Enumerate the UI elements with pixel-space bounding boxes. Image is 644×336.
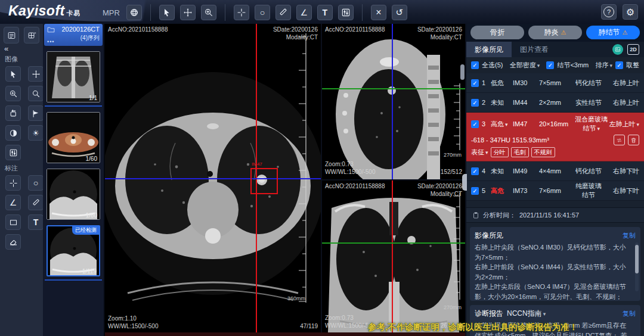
nodule-row-1[interactable]: ✓ 1 低危 IM30 7×5mm 钙化结节 右肺上叶 xyxy=(466,73,644,93)
angle-annotation-icon[interactable]: ∠ xyxy=(5,195,21,210)
round-checkbox[interactable]: ✓ xyxy=(615,61,623,69)
chevron-down-icon: ▾ xyxy=(505,122,508,127)
tab-picture-view[interactable]: 图片查看 xyxy=(512,42,557,57)
app-logo: Kayisoft卡易 xyxy=(8,3,80,19)
zoom-in-tool-icon[interactable] xyxy=(201,5,216,20)
ellipse-tool-icon[interactable]: ○ xyxy=(255,5,270,20)
series-panel: 20200126CT ••• (4)序列 1/1 1/60 xyxy=(43,24,105,336)
reset-rotate-icon[interactable]: ↺ xyxy=(392,5,407,20)
tab-label: 影像所见 xyxy=(475,45,503,55)
feature-dropdown[interactable]: 表征▾ xyxy=(471,148,488,157)
study-info: SDate:20200126 Modality:CT xyxy=(417,26,462,41)
nodule-row-2[interactable]: ✓ 2 未知 IM44 2×2mm 实性结节 右肺上叶 xyxy=(466,93,644,113)
cursor-tool-icon[interactable] xyxy=(5,66,21,82)
locate-sync-icon[interactable] xyxy=(614,135,625,145)
right-panel-collapse-handle[interactable] xyxy=(462,174,467,191)
tab-label: 图片查看 xyxy=(520,45,549,55)
top-bar: Kayisoft卡易 MPR ○ ∠ xyxy=(0,0,644,24)
mpr-icon[interactable] xyxy=(126,5,142,20)
invert-contrast-icon[interactable] xyxy=(5,125,21,141)
zoom-in-tool-icon[interactable] xyxy=(5,86,21,101)
nodule-location: 左肺上叶 xyxy=(609,120,635,127)
lung-nodule-mode-button[interactable]: 肺结节⚠ xyxy=(586,26,640,39)
nodule-checkbox[interactable]: ✓ xyxy=(471,187,479,195)
tab-image-findings[interactable]: 影像所见 xyxy=(466,42,512,57)
chevron-down-icon: ▾ xyxy=(597,126,600,132)
density-dropdown[interactable]: 全部密度▾ xyxy=(510,61,540,70)
cursor-tool-icon[interactable] xyxy=(159,5,175,20)
nodule-checkbox[interactable]: ✓ xyxy=(471,167,479,175)
thumbnail-slice-count: 1/119 xyxy=(82,268,97,275)
nodule-index: 1 xyxy=(482,79,491,86)
nodule-risk-dropdown[interactable]: 高危▾ xyxy=(491,120,513,129)
ruler-pencil-tool-icon[interactable] xyxy=(275,5,291,20)
fracture-mode-button[interactable]: 骨折 xyxy=(470,26,524,39)
pencil-annotation-icon[interactable] xyxy=(28,195,44,210)
more-icon[interactable]: ••• xyxy=(47,39,54,45)
layout-grid-icon[interactable] xyxy=(24,27,39,43)
nodule-location-dropdown[interactable]: 左肺上叶▾ xyxy=(609,120,639,129)
flip-image-icon[interactable] xyxy=(28,105,44,121)
sagittal-viewport[interactable]: 270mm AccNO:202101158888 SDate:20200126 … xyxy=(322,24,465,179)
2d-view-icon[interactable]: 2D xyxy=(627,44,639,55)
magnifier-tool-icon[interactable] xyxy=(28,86,44,101)
pneumonia-mode-button[interactable]: 肺炎⚠ xyxy=(528,26,582,39)
help-icon[interactable]: ? xyxy=(601,4,617,20)
select-all-checkbox[interactable]: ✓ xyxy=(471,61,479,69)
nodule-row-5[interactable]: ✓ 5 高危 IM73 7×6mm 纯磨玻璃结节 右肺下叶 xyxy=(466,181,644,201)
thumbnail-scout-xray[interactable]: 1/1 xyxy=(47,51,100,102)
nodule-type-dropdown[interactable]: 混合磨玻璃结节▾ xyxy=(574,115,609,133)
study-date: SDate:20200126 xyxy=(273,26,318,33)
ellipse-annotation-icon[interactable]: ○ xyxy=(28,175,44,191)
scale-ruler xyxy=(298,33,306,303)
findings-scrollbar-thumb[interactable] xyxy=(635,245,639,273)
nodule-row-3-selected[interactable]: ✓ 3 高危▾ IM47 20×16mm 混合磨玻璃结节▾ 左肺上叶▾ -618… xyxy=(466,113,644,161)
feature-tag[interactable]: 分叶 xyxy=(491,147,509,157)
window-level-tool-icon[interactable] xyxy=(338,5,354,20)
nodule-roi-box[interactable] xyxy=(250,168,278,194)
series-list-icon[interactable] xyxy=(4,27,19,43)
warning-icon: ⚠ xyxy=(623,30,628,36)
pan-tool-icon[interactable] xyxy=(28,66,44,82)
coronal-viewport[interactable]: 270mm AccNO:202101158888 SDate:20200126 … xyxy=(322,181,465,332)
rotate-image-icon[interactable] xyxy=(5,105,21,121)
crosshair-tool-icon[interactable] xyxy=(234,5,249,20)
thumbnail-lung-ct[interactable]: 1/60 xyxy=(47,169,100,220)
pan-tool-icon[interactable] xyxy=(180,5,196,20)
thumbnail-slice-count: 1/1 xyxy=(89,95,97,101)
detection-mode-buttons: 骨折 肺炎⚠ 肺结节⚠ xyxy=(466,24,644,42)
copy-report-button[interactable]: 复制 xyxy=(623,309,636,318)
collapse-sidebar-handle[interactable]: « xyxy=(0,45,43,53)
slice-scrollbar[interactable] xyxy=(460,64,465,80)
nodule-checkbox[interactable]: ✓ xyxy=(471,120,479,128)
feature-tag[interactable]: 毛刺 xyxy=(511,147,529,157)
feature-tag[interactable]: 不规则 xyxy=(531,147,555,157)
thumbnail-lung-ct-selected[interactable]: 已经检测 1/119 xyxy=(47,225,100,276)
modality: Modality:CT xyxy=(417,33,462,41)
angle-tool-icon[interactable]: ∠ xyxy=(296,5,312,20)
guideline-dropdown[interactable]: NCCN指南▾ xyxy=(507,309,546,318)
analysis-time-value: 2021/11/15 16:41:57 xyxy=(519,211,579,219)
rectangle-annotation-icon[interactable] xyxy=(5,214,21,230)
crosshair-annotation-icon[interactable] xyxy=(5,175,21,191)
text-annotation-icon[interactable]: T xyxy=(28,214,44,230)
nodule-row-4[interactable]: ✓ 4 未知 IM49 4×4mm 钙化结节 右肺下叶 xyxy=(466,161,644,181)
brightness-icon[interactable]: ☀ xyxy=(28,125,44,141)
settings-gear-icon[interactable]: ⚙ xyxy=(623,4,638,20)
thumbnail-neck-ct[interactable]: 1/60 xyxy=(47,112,100,163)
small-nodule-checkbox[interactable]: ✓ xyxy=(546,61,554,69)
axial-viewport[interactable]: IM47 360mm AccNO:202101158888 SDate:2020… xyxy=(105,24,321,332)
window-level-icon[interactable] xyxy=(5,145,21,160)
nodule-checkbox[interactable]: ✓ xyxy=(471,79,479,87)
clipboard-icon xyxy=(472,211,479,219)
eraser-annotation-icon[interactable] xyxy=(5,234,21,250)
text-tool-icon[interactable]: T xyxy=(317,5,333,20)
delete-nodule-icon[interactable] xyxy=(628,135,639,145)
copy-findings-button[interactable]: 复制 xyxy=(623,231,636,240)
nodule-checkbox[interactable]: ✓ xyxy=(471,99,479,107)
check-glyph: ✓ xyxy=(472,121,477,127)
capture-image-icon[interactable] xyxy=(612,44,623,55)
sort-dropdown[interactable]: 排序▾ xyxy=(595,61,612,70)
delete-annotation-icon[interactable]: × xyxy=(371,5,386,20)
study-tab[interactable]: 20200126CT ••• (4)序列 xyxy=(44,24,103,46)
